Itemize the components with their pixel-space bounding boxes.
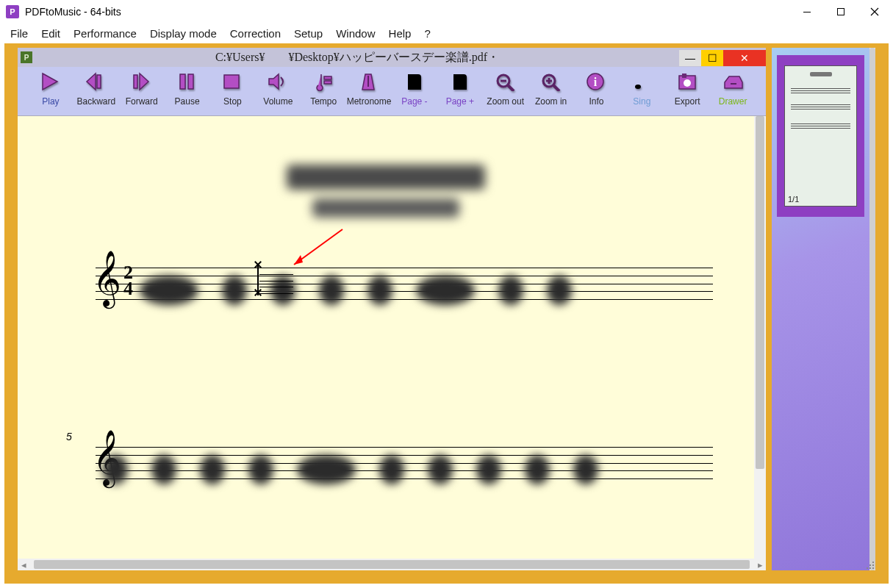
play-icon	[38, 71, 63, 92]
drawer-scrollbar[interactable]	[869, 48, 875, 570]
metronome-icon	[356, 71, 381, 92]
page-prev-label: Page -	[401, 96, 427, 107]
info-label: Info	[589, 96, 603, 107]
metronome-label: Metronome	[347, 96, 392, 107]
stop-button[interactable]: Stop	[210, 71, 256, 107]
svg-rect-8	[869, 567, 871, 569]
staff-line-1[interactable]: 𝄞 24	[96, 268, 713, 300]
document-close-button[interactable]: ✕	[723, 50, 766, 66]
document-maximize-button[interactable]: ☐	[701, 50, 723, 66]
page-next-icon	[448, 71, 473, 92]
info-icon	[584, 71, 609, 92]
play-label: Play	[42, 96, 59, 107]
page-thumbnail[interactable]: 1/1	[777, 55, 864, 217]
zoom-out-label: Zoom out	[487, 96, 524, 107]
export-label: Export	[675, 96, 700, 107]
window-title: PDFtoMusic - 64-bits	[24, 6, 790, 18]
volume-label: Volume	[263, 96, 293, 107]
notes-blurred	[140, 262, 713, 319]
pause-label: Pause	[175, 96, 200, 107]
document-titlebar: P C:¥Users¥ ¥Desktop¥ハッピーバースデー楽譜.pdf・ — …	[18, 48, 766, 67]
drawer-button[interactable]: Drawer	[710, 71, 756, 107]
export-button[interactable]: Export	[664, 71, 710, 107]
menu-edit[interactable]: Edit	[35, 26, 66, 41]
menu-window[interactable]: Window	[330, 26, 381, 41]
document-window: P C:¥Users¥ ¥Desktop¥ハッピーバースデー楽譜.pdf・ — …	[18, 48, 766, 570]
time-signature: 24	[123, 265, 133, 297]
page-next-label: Page +	[446, 96, 474, 107]
notes-blurred	[103, 441, 713, 498]
app-frame-border: P C:¥Users¥ ¥Desktop¥ハッピーバースデー楽譜.pdf・ — …	[4, 43, 889, 584]
pause-button[interactable]: Pause	[165, 71, 210, 107]
play-button[interactable]: Play	[28, 71, 73, 107]
menu-question[interactable]: ?	[418, 26, 436, 41]
window-minimize-button[interactable]	[790, 0, 824, 24]
horizontal-scrollbar[interactable]: ◂ ▸	[18, 559, 766, 570]
page-drawer-panel: 1/1	[772, 48, 875, 570]
zoom-in-button[interactable]: Zoom in	[528, 71, 574, 107]
svg-rect-1	[838, 9, 844, 15]
volume-button[interactable]: Volume	[255, 71, 301, 107]
app-icon: P	[6, 5, 19, 18]
volume-icon	[265, 71, 290, 92]
document-path: C:¥Users¥ ¥Desktop¥ハッピーバースデー楽譜.pdf・	[35, 50, 679, 65]
menu-correction[interactable]: Correction	[224, 26, 287, 41]
backward-label: Backward	[76, 96, 115, 107]
page-next-button[interactable]: Page +	[437, 71, 483, 107]
export-icon	[675, 71, 700, 92]
svg-rect-7	[867, 567, 868, 569]
zoom-out-button[interactable]: Zoom out	[483, 71, 528, 107]
resize-grip[interactable]	[865, 560, 875, 570]
backward-icon	[84, 71, 109, 92]
tempo-button[interactable]: Tempo	[301, 71, 346, 107]
page-prev-button[interactable]: Page -	[392, 71, 437, 107]
window-close-button[interactable]	[858, 0, 892, 24]
scroll-left-icon[interactable]: ◂	[18, 559, 29, 570]
document-app-badge: P	[21, 51, 32, 63]
svg-rect-6	[872, 564, 874, 566]
page-indicator: 1/1	[788, 195, 799, 204]
forward-label: Forward	[126, 96, 158, 107]
menu-file[interactable]: File	[4, 26, 34, 41]
window-titlebar: P PDFtoMusic - 64-bits	[0, 0, 893, 24]
svg-rect-9	[872, 567, 874, 569]
sing-icon	[629, 71, 654, 92]
svg-rect-5	[869, 564, 871, 566]
stop-label: Stop	[223, 96, 242, 107]
tempo-icon	[311, 71, 336, 92]
score-title-blurred	[287, 165, 485, 218]
zoom-in-label: Zoom in	[535, 96, 567, 107]
page-prev-icon	[402, 71, 427, 92]
metronome-button[interactable]: Metronome	[346, 71, 392, 107]
score-view[interactable]: 𝄞 24	[18, 116, 754, 559]
stop-icon	[220, 71, 245, 92]
menu-performance[interactable]: Performance	[68, 26, 143, 41]
info-button[interactable]: Info	[574, 71, 620, 107]
window-maximize-button[interactable]	[824, 0, 858, 24]
drawer-icon	[720, 71, 745, 92]
menu-help[interactable]: Help	[383, 26, 417, 41]
drawer-label: Drawer	[719, 96, 747, 107]
scroll-right-icon[interactable]: ▸	[754, 559, 766, 570]
playback-cursor[interactable]	[254, 260, 290, 297]
pause-icon	[175, 71, 200, 92]
zoom-in-icon	[539, 71, 564, 92]
forward-icon	[129, 71, 154, 92]
svg-rect-4	[872, 562, 874, 563]
svg-rect-0	[803, 12, 811, 12]
toolbar: PlayBackwardForwardPauseStopVolumeTempoM…	[18, 67, 766, 116]
treble-clef-icon: 𝄞	[93, 254, 121, 303]
vertical-scrollbar[interactable]	[754, 116, 766, 559]
forward-button[interactable]: Forward	[119, 71, 165, 107]
measure-number: 5	[66, 431, 72, 442]
backward-button[interactable]: Backward	[73, 71, 119, 107]
zoom-out-icon	[493, 71, 518, 92]
menu-display-mode[interactable]: Display mode	[144, 26, 223, 41]
document-minimize-button[interactable]: —	[679, 50, 701, 66]
staff-line-2[interactable]: 5 𝄞	[96, 447, 713, 479]
menubar: File Edit Performance Display mode Corre…	[0, 24, 893, 43]
tempo-label: Tempo	[310, 96, 337, 107]
sing-label: Sing	[633, 96, 650, 107]
menu-setup[interactable]: Setup	[288, 26, 329, 41]
sing-button[interactable]: Sing	[619, 71, 664, 107]
